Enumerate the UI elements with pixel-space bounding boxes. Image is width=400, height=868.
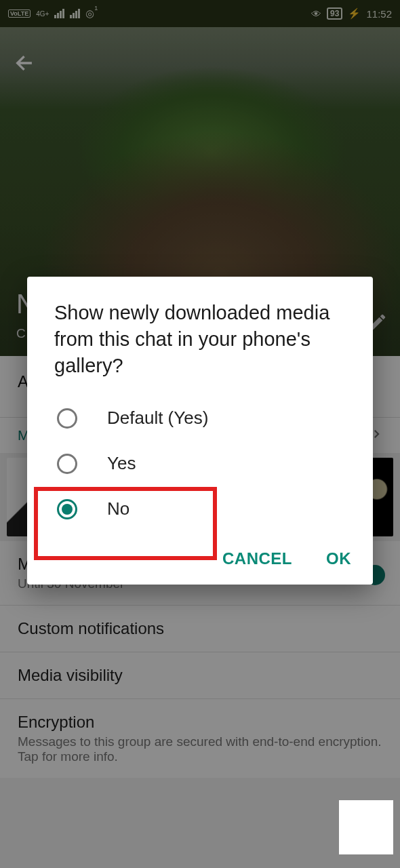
dialog-actions: CANCEL OK — [27, 532, 373, 575]
radio-icon[interactable] — [57, 408, 77, 429]
ok-button[interactable]: OK — [326, 549, 351, 568]
cancel-button[interactable]: CANCEL — [222, 549, 292, 568]
radio-label: Default (Yes) — [107, 408, 208, 429]
radio-option-no[interactable]: No — [27, 486, 373, 532]
dialog-title: Show newly downloaded media from this ch… — [27, 300, 373, 395]
radio-icon[interactable] — [57, 454, 77, 474]
radio-option-default[interactable]: Default (Yes) — [27, 395, 373, 441]
radio-icon[interactable] — [57, 499, 77, 519]
bottom-white-block — [339, 800, 393, 854]
radio-label: Yes — [107, 453, 136, 474]
radio-option-yes[interactable]: Yes — [27, 441, 373, 486]
media-visibility-dialog: Show newly downloaded media from this ch… — [27, 277, 373, 585]
radio-label: No — [107, 498, 129, 519]
